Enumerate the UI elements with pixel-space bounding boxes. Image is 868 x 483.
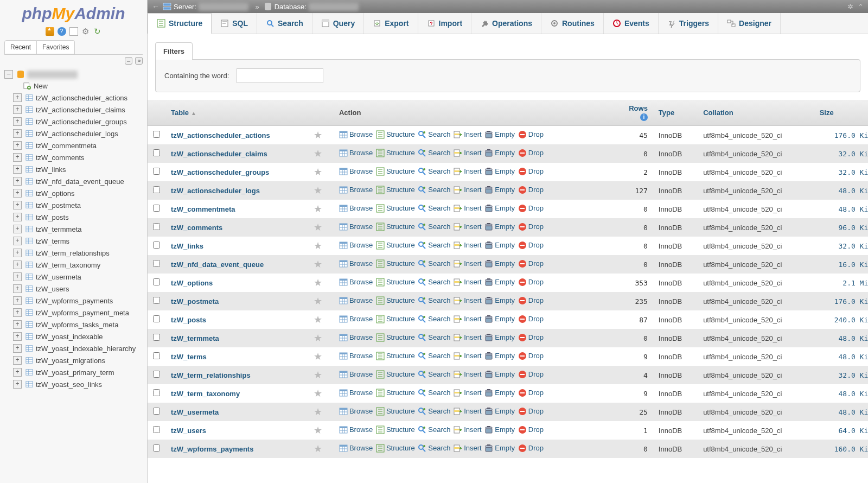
tree-expand-icon[interactable]: + (13, 93, 22, 102)
tree-expand-icon[interactable]: + (13, 225, 22, 233)
tree-table-item[interactable]: +tzW_posts (4, 211, 147, 223)
table-name-link[interactable]: tzW_term_taxonomy (171, 390, 240, 398)
drop-link[interactable]: Drop (518, 425, 544, 434)
insert-link[interactable]: Insert (454, 223, 482, 231)
tab-query[interactable]: Query (312, 13, 364, 34)
empty-link[interactable]: Empty (484, 333, 515, 342)
table-name-link[interactable]: tzW_wpforms_payments (171, 445, 253, 453)
insert-link[interactable]: Insert (454, 444, 482, 453)
tree-expand-icon[interactable]: + (13, 368, 22, 377)
tab-routines[interactable]: Routines (541, 13, 604, 34)
tree-table-item[interactable]: +tzW_actionscheduler_actions (4, 92, 147, 104)
tree-expand-icon[interactable]: + (13, 129, 22, 138)
browse-link[interactable]: Browse (339, 407, 373, 416)
row-checkbox[interactable] (153, 352, 160, 359)
drop-link[interactable]: Drop (518, 389, 544, 397)
tree-expand-icon[interactable]: + (13, 177, 22, 186)
search-link[interactable]: Search (418, 352, 450, 360)
tree-table-item[interactable]: +tzW_wpforms_payments (4, 295, 147, 307)
search-link[interactable]: Search (418, 425, 450, 434)
row-checkbox[interactable] (153, 168, 160, 175)
table-name-link[interactable]: tzW_actionscheduler_groups (171, 168, 269, 176)
browse-link[interactable]: Browse (339, 278, 373, 287)
drop-link[interactable]: Drop (518, 407, 544, 416)
search-link[interactable]: Search (418, 149, 450, 157)
row-checkbox[interactable] (153, 278, 160, 285)
empty-link[interactable]: Empty (484, 296, 515, 305)
favorite-star-icon[interactable]: ★ (314, 351, 322, 362)
search-link[interactable]: Search (418, 444, 450, 453)
structure-link[interactable]: Structure (376, 352, 415, 360)
row-checkbox[interactable] (153, 205, 160, 212)
empty-link[interactable]: Empty (484, 186, 515, 194)
tab-events[interactable]: Events (604, 13, 659, 34)
tree-expand-icon[interactable]: + (13, 380, 22, 389)
tree-expand-icon[interactable]: + (13, 320, 22, 329)
browse-link[interactable]: Browse (339, 333, 373, 342)
structure-link[interactable]: Structure (376, 407, 415, 416)
tree-table-item[interactable]: +tzW_wpforms_tasks_meta (4, 319, 147, 331)
structure-link[interactable]: Structure (376, 315, 415, 323)
favorite-star-icon[interactable]: ★ (314, 388, 322, 399)
filter-input[interactable] (237, 68, 323, 83)
table-name-link[interactable]: tzW_term_relationships (171, 371, 251, 379)
search-link[interactable]: Search (418, 130, 450, 139)
drop-link[interactable]: Drop (518, 241, 544, 250)
drop-link[interactable]: Drop (518, 223, 544, 231)
structure-link[interactable]: Structure (376, 333, 415, 342)
favorite-star-icon[interactable]: ★ (314, 277, 322, 288)
row-checkbox[interactable] (153, 260, 160, 267)
insert-link[interactable]: Insert (454, 370, 482, 379)
insert-link[interactable]: Insert (454, 315, 482, 323)
tree-expand-icon[interactable]: + (13, 296, 22, 305)
insert-link[interactable]: Insert (454, 149, 482, 157)
structure-link[interactable]: Structure (376, 259, 415, 268)
drop-link[interactable]: Drop (518, 333, 544, 342)
tree-expand-icon[interactable]: + (13, 356, 22, 365)
tab-favorites[interactable]: Favorites (37, 40, 75, 54)
drop-link[interactable]: Drop (518, 370, 544, 379)
tree-table-item[interactable]: +tzW_actionscheduler_groups (4, 116, 147, 128)
tree-expand-icon[interactable]: + (13, 201, 22, 209)
help-icon[interactable]: ? (58, 27, 66, 36)
table-name-link[interactable]: tzW_users (171, 427, 206, 435)
favorite-star-icon[interactable]: ★ (314, 314, 322, 325)
drop-link[interactable]: Drop (518, 149, 544, 157)
structure-link[interactable]: Structure (376, 241, 415, 250)
empty-link[interactable]: Empty (484, 149, 515, 157)
tree-expand-icon[interactable]: + (13, 249, 22, 257)
row-checkbox[interactable] (153, 389, 160, 396)
tab-designer[interactable]: Designer (718, 13, 781, 34)
browse-link[interactable]: Browse (339, 389, 373, 397)
favorite-star-icon[interactable]: ★ (314, 425, 322, 436)
empty-link[interactable]: Empty (484, 204, 515, 213)
tab-search[interactable]: Search (257, 13, 312, 34)
tree-expand-icon[interactable]: + (13, 284, 22, 293)
drop-link[interactable]: Drop (518, 278, 544, 287)
tree-expand-icon[interactable]: + (13, 213, 22, 221)
row-checkbox[interactable] (153, 242, 160, 249)
search-link[interactable]: Search (418, 370, 450, 379)
empty-link[interactable]: Empty (484, 223, 515, 231)
reload-icon[interactable]: ↻ (93, 27, 102, 36)
tab-structure[interactable]: Structure (148, 13, 212, 34)
insert-link[interactable]: Insert (454, 204, 482, 213)
search-link[interactable]: Search (418, 296, 450, 305)
row-checkbox[interactable] (153, 149, 160, 156)
structure-link[interactable]: Structure (376, 278, 415, 287)
structure-link[interactable]: Structure (376, 167, 415, 176)
tree-expand-icon[interactable]: + (13, 332, 22, 341)
insert-link[interactable]: Insert (454, 389, 482, 397)
tab-import[interactable]: Import (418, 13, 472, 34)
browse-link[interactable]: Browse (339, 444, 373, 453)
favorite-star-icon[interactable]: ★ (314, 406, 322, 417)
tree-table-item[interactable]: +tzW_options (4, 187, 147, 199)
collapse-icon[interactable]: – (125, 57, 132, 65)
favorite-star-icon[interactable]: ★ (314, 222, 322, 233)
insert-link[interactable]: Insert (454, 407, 482, 416)
tree-table-item[interactable]: +tzW_actionscheduler_claims (4, 104, 147, 116)
insert-link[interactable]: Insert (454, 241, 482, 250)
drop-link[interactable]: Drop (518, 186, 544, 194)
tab-recent[interactable]: Recent (4, 40, 37, 54)
tree-expand-icon[interactable]: + (13, 105, 22, 114)
